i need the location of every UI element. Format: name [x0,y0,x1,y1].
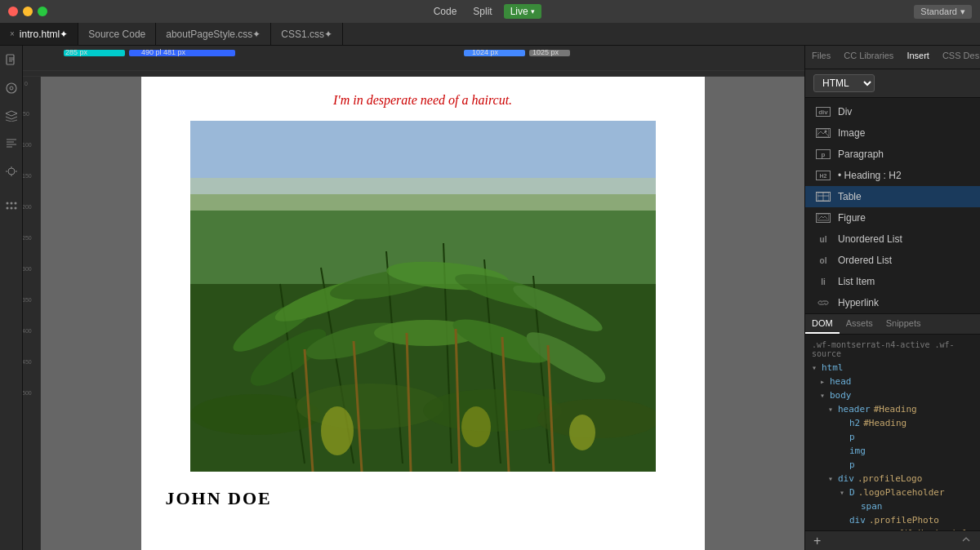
dom-item-head[interactable]: ▸ head [805,375,980,388]
insert-item-ol[interactable]: ol Ordered List [805,250,980,271]
rp-tab-cc-libraries[interactable]: CC Libraries [837,46,900,69]
insert-label-div: Div [838,106,852,118]
insert-label-table: Table [838,191,862,202]
table-icon [815,190,831,203]
html-select[interactable]: HTML XHTML SVG [813,74,875,92]
svg-point-33 [423,389,562,432]
ol-icon: ol [815,254,831,267]
insert-item-table[interactable]: Table [805,186,980,207]
tab-css1[interactable]: CSS1.css✦ [271,23,343,45]
dom-item-body[interactable]: ▾ body [805,388,980,402]
live-button[interactable]: Live ▾ [504,4,541,19]
insert-item-hyperlink[interactable]: Hyperlink [805,292,980,313]
dom-item-div-profilelogo[interactable]: ▾ div .profileLogo [805,472,980,486]
tab-source-code[interactable]: Source Code [78,23,156,45]
tab-label: intro.html✦ [20,29,68,40]
insert-item-ul[interactable]: ul Unordered List [805,228,980,250]
rp-tab-css-designer[interactable]: CSS Designer [936,46,980,69]
dom-toggle-html[interactable]: ▾ [812,363,822,372]
heading-icon: H2 [815,169,831,182]
page-headline: I'm in desperate need of a haircut. [166,93,680,108]
dom-item-h2[interactable]: h2 #Heading [805,416,980,430]
svg-point-2 [10,86,13,90]
dom-item-p1[interactable]: p [805,430,980,444]
svg-rect-12 [190,178,656,211]
sidebar-files-icon[interactable] [3,52,20,69]
insert-label-paragraph: Paragraph [838,149,884,160]
title-right: Standard ▾ [914,5,972,19]
page-inner: I'm in desperate need of a haircut. [141,77,705,550]
rp-tab-files[interactable]: Files [805,46,837,69]
svg-point-45 [825,131,827,133]
svg-point-35 [321,406,354,455]
vertical-ruler: 0 50 100 150 200 250 300 350 400 450 500 [23,77,41,550]
dom-item-header[interactable]: ▾ header #Heading [805,402,980,416]
sidebar-layers-icon[interactable] [3,108,20,124]
tab-about-css[interactable]: aboutPageStyle.css✦ [156,23,271,45]
svg-point-5 [10,202,12,205]
breakpoint-label-1024: 1024 px [472,48,498,56]
insert-item-paragraph[interactable]: p Paragraph [805,144,980,165]
dom-tab-assets[interactable]: Assets [840,314,880,334]
tab-close-icon[interactable]: × [10,29,15,38]
dom-add-button[interactable]: + [813,534,821,548]
dom-toggle-logoplaceholder[interactable]: ▾ [840,488,849,497]
dom-item-d-logoplaceholder[interactable]: ▾ D .logoPlaceholder [805,486,980,499]
dom-tab-dom[interactable]: DOM [805,314,840,334]
svg-rect-49 [817,214,829,220]
dom-scroll-up-icon[interactable] [960,534,972,548]
insert-item-li[interactable]: li List Item [805,271,980,292]
insert-item-figure[interactable]: Figure [805,207,980,228]
split-button[interactable]: Split [468,4,497,19]
dom-toggle-body[interactable]: ▾ [820,391,830,400]
dom-toggle-profilelogo[interactable]: ▾ [828,474,838,483]
insert-item-div[interactable]: div Div [805,101,980,122]
dom-item-div-profilephoto[interactable]: div .profilePhoto [805,513,980,527]
code-button[interactable]: Code [429,4,462,19]
fern-image [190,121,656,472]
html-selector-bar: HTML XHTML SVG [805,69,980,98]
rp-tab-insert[interactable]: Insert [900,46,936,69]
image-icon [815,126,831,140]
tab-css1-label: CSS1.css✦ [281,29,332,40]
sidebar-elements-icon[interactable] [3,163,20,180]
dom-toggle-head[interactable]: ▸ [820,377,830,386]
ul-icon: ul [815,233,831,246]
dom-breadcrumb: .wf-montserrat-n4-active .wf-source [812,340,955,358]
svg-point-8 [10,207,12,210]
insert-label-ol: Ordered List [838,255,892,266]
page-canvas[interactable]: I'm in desperate need of a haircut. [41,77,804,550]
title-center: Code Split Live ▾ [56,4,914,19]
svg-point-7 [6,207,8,210]
dom-tab-snippets[interactable]: Snippets [880,314,928,334]
live-chevron-icon: ▾ [531,7,535,16]
sidebar-assets-icon[interactable] [3,80,20,96]
insert-list: div Div Image p Paragrap [805,98,980,313]
dom-bottom-bar: + [805,530,980,550]
tab-intro-html[interactable]: × intro.html✦ [0,23,78,45]
traffic-lights [8,7,47,16]
sidebar-snippets-icon[interactable] [3,135,20,152]
dom-toggle-header[interactable]: ▾ [828,405,838,414]
insert-label-hyperlink: Hyperlink [838,297,879,308]
breakpoint-bars: 285 px 490 pl 481 px 1024 px 1025 px [23,46,804,60]
dom-item-p2[interactable]: p [805,458,980,472]
main-area: 285 px 490 pl 481 px 1024 px 1025 px 0 5… [0,46,980,550]
minimize-window-button[interactable] [23,7,33,16]
sidebar-more-icon[interactable] [3,197,20,214]
page-image [190,121,656,472]
insert-label-li: List Item [838,276,875,287]
dom-item-img[interactable]: img [805,444,980,458]
paragraph-icon: p [815,148,831,161]
page-name: JOHN DOE [166,488,680,509]
maximize-window-button[interactable] [38,7,47,16]
dom-item-span[interactable]: span [805,499,980,513]
svg-point-32 [296,384,443,429]
tab-source-label: Source Code [88,29,145,40]
insert-item-heading[interactable]: H2 • Heading : H2 [805,165,980,186]
dom-tabs: DOM Assets Snippets [805,314,980,335]
standard-button[interactable]: Standard ▾ [914,5,972,19]
insert-item-image[interactable]: Image [805,122,980,144]
dom-item-html[interactable]: ▾ html [805,361,980,375]
close-window-button[interactable] [8,7,18,16]
